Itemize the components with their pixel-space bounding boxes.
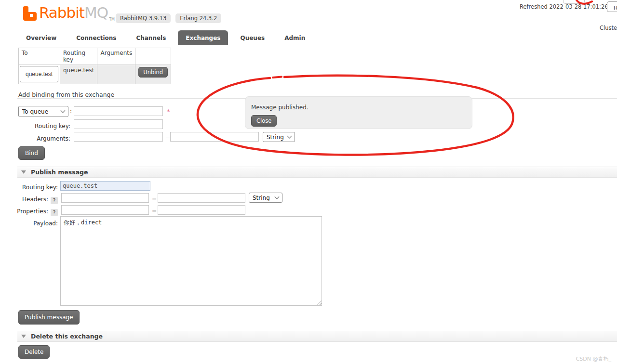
binding-argument-type-select[interactable]: String	[263, 132, 295, 142]
publish-routing-key-label: Routing key:	[0, 184, 58, 191]
logo-trademark: TM	[109, 17, 115, 22]
tab-overview[interactable]: Overview	[18, 30, 64, 45]
message-published-notification: Message published. Close	[245, 96, 472, 129]
property-key-input[interactable]	[61, 205, 149, 215]
bindings-table: To Routing key Arguments queue.test queu…	[18, 48, 171, 84]
property-value-input[interactable]	[158, 205, 245, 215]
unbind-button[interactable]: Unbind	[138, 67, 168, 78]
collapse-triangle-icon[interactable]	[21, 170, 26, 174]
collapse-triangle-icon[interactable]	[21, 335, 26, 338]
tab-channels[interactable]: Channels	[128, 30, 174, 45]
header-type-select[interactable]: String	[249, 193, 282, 203]
binding-action-cell: Unbind	[135, 65, 171, 84]
csdn-watermark: CSDN @青朽_	[576, 355, 611, 363]
publish-section-title: Publish message	[31, 169, 88, 176]
binding-routing-key-input[interactable]	[74, 119, 163, 129]
headers-label-text: Headers:	[22, 196, 48, 203]
table-row: queue.test queue.test Unbind	[19, 65, 171, 84]
chevron-down-icon	[287, 134, 292, 139]
chevron-down-icon	[275, 195, 280, 199]
col-header-action	[135, 48, 171, 65]
notification-text: Message published.	[251, 104, 308, 111]
payload-textarea[interactable]: 你好，direct	[60, 216, 322, 306]
delete-section-header[interactable]: Delete this exchange	[17, 331, 617, 342]
rabbitmq-management-page: RabbitMQ TM RabbitMQ 3.9.13 Erlang 24.3.…	[0, 0, 617, 364]
binding-destination-input[interactable]	[74, 106, 163, 116]
headers-help-icon[interactable]: ?	[51, 197, 58, 204]
logo-text-mq: MQ	[84, 4, 108, 21]
header-type-value: String	[253, 195, 270, 201]
binding-to-cell: queue.test	[19, 65, 60, 84]
destination-type-select[interactable]: To queue	[18, 106, 68, 117]
rabbitmq-logo[interactable]: RabbitMQ TM	[22, 4, 115, 22]
properties-help-icon[interactable]: ?	[51, 209, 58, 216]
required-marker: *	[167, 108, 170, 115]
rabbitmq-logo-icon	[22, 5, 38, 22]
publish-routing-key-input[interactable]	[60, 181, 150, 191]
refreshed-timestamp: Refreshed 2022-03-28 17:01:26	[520, 3, 608, 10]
tab-connections[interactable]: Connections	[68, 30, 124, 45]
properties-equals-sign: =	[152, 207, 157, 214]
tab-admin[interactable]: Admin	[277, 30, 313, 45]
delete-section-title: Delete this exchange	[31, 333, 103, 340]
col-header-arguments: Arguments	[97, 48, 135, 65]
logo-text-rabbit: Rabbit	[39, 4, 84, 21]
chevron-down-icon	[61, 108, 66, 113]
header-key-input[interactable]	[61, 193, 149, 203]
header-value-input[interactable]	[158, 193, 245, 203]
destination-type-value: To queue	[22, 108, 48, 115]
tab-queues[interactable]: Queues	[232, 30, 272, 45]
version-badges: RabbitMQ 3.9.13 Erlang 24.3.2	[116, 13, 221, 23]
binding-arguments-label: Arguments:	[14, 135, 70, 142]
cluster-label: Cluste	[600, 25, 617, 31]
tab-exchanges[interactable]: Exchanges	[178, 30, 228, 45]
properties-label-text: Properties:	[17, 208, 48, 215]
bindings-header-row: To Routing key Arguments	[19, 48, 171, 65]
headers-label: Headers:?	[0, 196, 58, 204]
bind-button[interactable]: Bind	[18, 146, 45, 160]
binding-arguments-cell	[97, 65, 135, 84]
binding-equals-sign: =	[165, 134, 170, 141]
rabbitmq-version-badge: RabbitMQ 3.9.13	[116, 13, 171, 23]
add-binding-title: Add binding from this exchange	[18, 91, 114, 98]
queue-link-button[interactable]: queue.test	[20, 66, 58, 82]
destination-colon: :	[70, 108, 72, 115]
erlang-version-badge: Erlang 24.3.2	[175, 13, 221, 23]
payload-label: Payload:	[0, 220, 58, 227]
publish-message-section-header[interactable]: Publish message	[17, 167, 617, 178]
properties-label: Properties:?	[0, 208, 58, 216]
binding-routing-key-label: Routing key:	[14, 123, 70, 130]
col-header-routing-key: Routing key	[60, 48, 97, 65]
binding-argument-type-value: String	[267, 134, 284, 141]
cutoff-control	[563, 0, 585, 4]
col-header-to: To	[19, 48, 60, 65]
binding-routing-key-cell: queue.test	[60, 65, 97, 84]
delete-button[interactable]: Delete	[18, 345, 50, 359]
headers-equals-sign: =	[152, 195, 157, 202]
close-button[interactable]: Close	[251, 115, 277, 127]
refresh-button[interactable]: Ref	[607, 1, 617, 12]
publish-message-button[interactable]: Publish message	[18, 310, 80, 325]
binding-argument-key-input[interactable]	[74, 132, 163, 142]
binding-argument-value-input[interactable]	[170, 132, 259, 142]
main-nav-tabs: Overview Connections Channels Exchanges …	[18, 30, 313, 45]
